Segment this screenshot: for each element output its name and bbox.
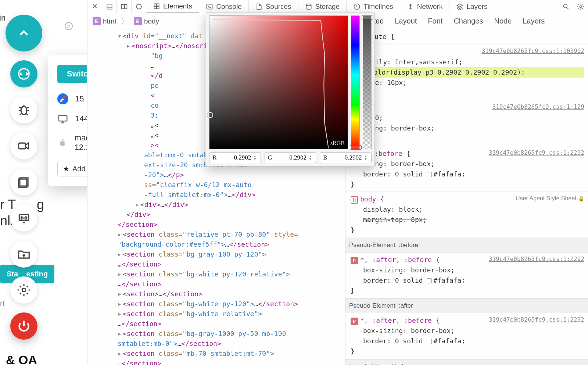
session-toolbar xyxy=(7,15,40,340)
collapse-button[interactable] xyxy=(6,15,42,51)
bg-text: in xyxy=(0,13,6,23)
safari-icon xyxy=(57,93,68,104)
source-link[interactable]: 319c47e0b8265fc9.css:1:2292 xyxy=(489,315,584,325)
css-rule[interactable]: 319c47e0b8265fc9.css:1:129 { n: 0; izing… xyxy=(345,100,588,146)
styles-subtabs: Computed Layout Font Changes Node Layers xyxy=(345,13,588,29)
css-rule[interactable]: 319c47e0b8265fc9.css:1:2292 P*, :after, … xyxy=(345,253,588,298)
color-cursor[interactable] xyxy=(207,112,213,118)
apple-icon xyxy=(57,137,68,148)
display-icon xyxy=(57,113,68,124)
pseudo-before-header: Pseudo-Element ::before xyxy=(345,238,588,253)
css-rule[interactable]: 319c47e0b8265fc9.css:1:2292 P*, :after, … xyxy=(345,313,588,359)
inspect-element-icon[interactable] xyxy=(132,0,146,13)
alpha-slider[interactable] xyxy=(363,15,372,149)
source-link[interactable]: 319c47e0b8265fc9.css:1:103902 xyxy=(482,47,584,56)
lock-icon: 🔒 xyxy=(578,196,584,201)
g-input[interactable]: G▲▼ xyxy=(265,152,316,163)
record-button[interactable] xyxy=(10,132,37,160)
browser-version: 15 xyxy=(75,94,84,104)
alpha-thumb[interactable] xyxy=(362,15,373,19)
search-icon[interactable] xyxy=(559,0,573,13)
tab-storage[interactable]: Storage xyxy=(298,0,347,13)
svg-point-6 xyxy=(22,288,26,292)
hue-slider[interactable] xyxy=(351,15,360,149)
tab-layers[interactable]: Layers xyxy=(449,0,494,13)
dock-bottom-icon[interactable] xyxy=(102,0,117,13)
subtab-changes[interactable]: Changes xyxy=(453,17,483,25)
css-rule[interactable]: 319c47e0b8265fc9.css:1:103902 html { fam… xyxy=(345,44,588,100)
svg-rect-17 xyxy=(154,4,156,6)
source-link[interactable]: 319c47e0b8265fc9.css:1:2292 xyxy=(489,148,584,158)
css-rule[interactable]: 319c47e0b8265fc9.css:1:2292 fter, :befor… xyxy=(345,146,588,192)
styles-pane: Computed Layout Font Changes Node Layers… xyxy=(345,13,588,365)
svg-rect-11 xyxy=(125,4,127,9)
window-close-icon[interactable]: ✕ xyxy=(65,22,73,30)
tab-timelines[interactable]: Timelines xyxy=(347,0,400,13)
svg-rect-8 xyxy=(107,4,112,9)
subtab-layers[interactable]: Layers xyxy=(523,17,545,25)
bg-small: rt xyxy=(0,299,4,308)
svg-rect-20 xyxy=(157,6,159,8)
star-icon: ★ xyxy=(63,164,69,173)
style-attribute-rule[interactable]: Attribute { xyxy=(345,29,588,44)
checkbox[interactable] xyxy=(427,278,432,283)
devtools-tablist: ✕ Elements Console Sources Storage Timel… xyxy=(87,0,588,13)
svg-point-12 xyxy=(136,4,141,9)
svg-rect-5 xyxy=(19,215,28,221)
svg-line-25 xyxy=(567,7,569,9)
svg-point-22 xyxy=(306,4,311,6)
inherited-header: Inherited From html xyxy=(345,359,588,365)
color-space-label: sRGB xyxy=(330,140,345,147)
hue-thumb[interactable] xyxy=(350,145,362,150)
svg-rect-10 xyxy=(121,4,124,9)
breadcrumb-item[interactable]: Ebody xyxy=(132,17,161,26)
chevron-right-icon: 〉 xyxy=(121,15,129,27)
subtab-node[interactable]: Node xyxy=(494,17,512,25)
screenshots-button[interactable] xyxy=(10,168,37,196)
subtab-layout[interactable]: Layout xyxy=(395,17,417,25)
switch-session-button[interactable] xyxy=(10,60,37,87)
checkbox[interactable] xyxy=(427,172,432,177)
svg-point-26 xyxy=(580,6,582,7)
source-link[interactable]: 319c47e0b8265fc9.css:1:129 xyxy=(492,103,584,112)
breadcrumb-item[interactable]: Ehtml xyxy=(90,17,118,26)
svg-rect-7 xyxy=(59,115,67,121)
pseudo-after-header: Pseudo-Element ::after xyxy=(345,298,588,313)
tab-network[interactable]: Network xyxy=(400,0,450,13)
close-devtools-icon[interactable]: ✕ xyxy=(87,0,102,13)
subtab-font[interactable]: Font xyxy=(428,17,442,25)
end-session-button[interactable] xyxy=(10,312,37,340)
svg-rect-2 xyxy=(19,143,26,149)
user-agent-label: User Agent Style Sheet 🔒 xyxy=(516,194,584,203)
files-button[interactable] xyxy=(10,240,37,268)
tab-sources[interactable]: Sources xyxy=(249,0,298,13)
tab-elements[interactable]: Elements xyxy=(146,0,199,13)
dock-side-icon[interactable] xyxy=(117,0,132,13)
svg-rect-19 xyxy=(154,6,156,8)
saturation-value-area[interactable]: sRGB xyxy=(209,15,348,149)
color-picker[interactable]: sRGB R▲▼ G▲▼ B▲▼ xyxy=(206,12,375,167)
bg-qa: & OA xyxy=(6,353,37,365)
settings-button[interactable] xyxy=(10,276,37,304)
gear-icon[interactable] xyxy=(573,0,588,13)
bug-button[interactable] xyxy=(10,96,37,124)
svg-rect-18 xyxy=(157,4,159,6)
r-input[interactable]: R▲▼ xyxy=(209,152,261,163)
b-input[interactable]: B▲▼ xyxy=(320,152,372,163)
svg-point-1 xyxy=(21,107,27,115)
svg-rect-21 xyxy=(207,4,212,9)
tab-console[interactable]: Console xyxy=(199,0,249,13)
source-link[interactable]: 319c47e0b8265fc9.css:1:2292 xyxy=(489,255,584,264)
checkbox[interactable] xyxy=(427,339,432,344)
svg-point-24 xyxy=(563,4,567,8)
css-rule[interactable]: User Agent Style Sheet 🔒 {}body { displa… xyxy=(345,192,588,238)
resolution-button[interactable] xyxy=(10,204,37,232)
